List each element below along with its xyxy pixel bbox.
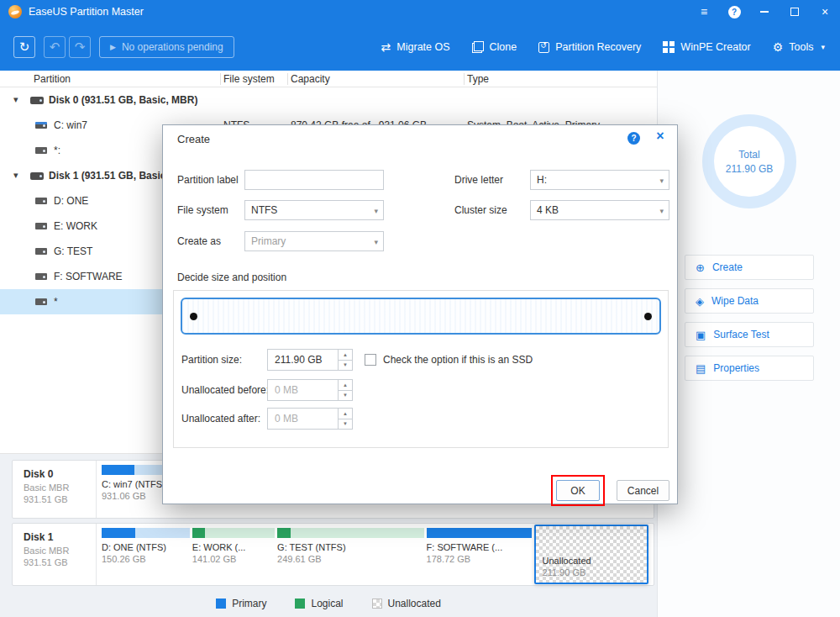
segment-e-work[interactable]: E: WORK (... 141.02 GB: [192, 528, 275, 581]
segment-size: 150.26 GB: [102, 554, 190, 564]
disk-kind: Basic MBR: [24, 483, 96, 493]
partition-size-slider[interactable]: [181, 298, 661, 335]
donut-title: Total: [738, 149, 759, 161]
action-label: Create: [712, 261, 743, 273]
partition-recovery-label: Partition Recovery: [555, 41, 641, 53]
play-icon: ▶: [110, 43, 116, 51]
undo-button[interactable]: ↶: [44, 36, 66, 58]
size-section-heading: Decide size and position: [177, 272, 286, 283]
unallocated-after-spinner[interactable]: 0 MB ▲ ▼: [267, 408, 353, 430]
unallocated-swatch-icon: [372, 599, 382, 609]
pending-operations[interactable]: ▶ No operations pending: [99, 36, 234, 58]
segment-d-one[interactable]: D: ONE (NTFS) 150.26 GB: [102, 528, 190, 581]
create-as-label: Create as: [177, 231, 221, 251]
create-action-button[interactable]: ⊕ Create: [685, 255, 814, 280]
ssd-checkbox-label: Check the option if this is an SSD: [383, 349, 533, 371]
refresh-button[interactable]: ↻: [13, 36, 35, 58]
legend: Primary Logical Unallocated: [0, 598, 657, 609]
migrate-os-icon: ⇄: [381, 41, 391, 53]
segment-unallocated-selected[interactable]: Unallocated 211.90 GB: [534, 525, 648, 584]
surface-test-action-button[interactable]: ▣ Surface Test: [685, 322, 814, 347]
spinner-up-icon[interactable]: ▲: [339, 380, 352, 391]
partition-label-input[interactable]: [244, 170, 384, 190]
usage-strip: [277, 528, 423, 538]
dialog-help-icon[interactable]: ?: [627, 132, 640, 145]
menu-button[interactable]: ≡: [689, 0, 719, 24]
column-file-system: File system: [223, 71, 275, 87]
disk-kind: Basic MBR: [24, 546, 96, 556]
legend-label: Primary: [232, 598, 266, 609]
partition-icon: [35, 273, 47, 280]
segment-g-test[interactable]: G: TEST (NTFS) 249.61 GB: [277, 528, 423, 581]
segment-f-software[interactable]: F: SOFTWARE (... 178.72 GB: [427, 528, 532, 581]
tree-collapse-icon[interactable]: ▾: [13, 94, 18, 105]
file-system-value: NTFS: [251, 204, 277, 216]
usage-strip: [192, 528, 275, 538]
used-fill: [102, 465, 134, 475]
spinner-down-icon[interactable]: ▼: [339, 391, 352, 401]
wipe-data-action-button[interactable]: ◈ Wipe Data: [685, 288, 814, 314]
segment-size: 211.90 GB: [543, 567, 642, 577]
maximize-icon: [790, 8, 799, 16]
create-as-select[interactable]: Primary ▾: [244, 231, 384, 251]
table-row-disk0[interactable]: ▾ Disk 0 (931.51 GB, Basic, MBR): [0, 87, 657, 113]
spinner-up-icon[interactable]: ▲: [339, 350, 352, 361]
partition-size-value[interactable]: 211.90 GB: [268, 350, 338, 370]
redo-button[interactable]: ↷: [69, 36, 91, 58]
maximize-button[interactable]: [780, 0, 810, 24]
undo-icon: ↶: [50, 40, 60, 55]
close-button[interactable]: ×: [810, 0, 840, 24]
disk-icon: [30, 97, 44, 104]
disk1-card: Disk 1 Basic MBR 931.51 GB D: ONE (NTFS)…: [12, 523, 654, 586]
cluster-size-select[interactable]: 4 KB ▾: [530, 200, 669, 220]
spinner-controls: ▲ ▼: [338, 409, 352, 429]
spinner-down-icon[interactable]: ▼: [339, 419, 352, 430]
properties-action-button[interactable]: ▤ Properties: [685, 356, 814, 381]
partition-label: E: WORK: [54, 214, 97, 239]
hamburger-icon: ≡: [701, 5, 707, 18]
spinner-up-icon[interactable]: ▲: [339, 409, 352, 419]
partition-label: *:: [54, 138, 60, 163]
disk0-label: Disk 0 (931.51 GB, Basic, MBR): [49, 87, 197, 113]
primary-swatch-icon: [216, 599, 226, 609]
plus-circle-icon: ⊕: [696, 262, 705, 273]
ssd-checkbox[interactable]: [365, 354, 376, 366]
file-system-label: File system: [177, 200, 228, 220]
partition-size-spinner[interactable]: 211.90 GB ▲ ▼: [267, 349, 353, 371]
chevron-down-icon: ▾: [659, 177, 664, 185]
clone-icon: [472, 41, 484, 53]
unallocated-before-label: Unallocated before:: [181, 379, 269, 401]
disk-name: Disk 0: [24, 468, 96, 480]
segment-label: E: WORK (...: [192, 542, 275, 552]
file-system-select[interactable]: NTFS ▾: [244, 200, 384, 220]
properties-icon: ▤: [696, 363, 706, 374]
partition-icon: [35, 248, 47, 255]
partition-recovery-button[interactable]: Partition Recovery: [538, 41, 641, 53]
ok-button[interactable]: OK: [556, 480, 600, 501]
slider-handle-left[interactable]: [190, 313, 197, 320]
sidebar: Total 211.90 GB ⊕ Create ◈ Wipe Data ▣ S…: [657, 71, 840, 617]
slider-handle-right[interactable]: [644, 313, 652, 320]
unallocated-before-spinner[interactable]: 0 MB ▲ ▼: [267, 379, 353, 401]
drive-letter-select[interactable]: H: ▾: [530, 170, 669, 190]
tree-collapse-icon[interactable]: ▾: [13, 170, 18, 181]
create-dialog: Create ? × Partition label Drive letter …: [162, 124, 678, 504]
clone-button[interactable]: Clone: [472, 41, 517, 53]
spinner-down-icon[interactable]: ▼: [339, 361, 352, 371]
cancel-button[interactable]: Cancel: [617, 480, 669, 501]
winpe-creator-button[interactable]: WinPE Creator: [663, 41, 750, 53]
unallocated-before-value[interactable]: 0 MB: [268, 380, 338, 400]
partition-label: C: win7: [54, 113, 87, 138]
disk-size: 931.51 GB: [24, 557, 96, 567]
column-separator: [464, 73, 465, 85]
drive-letter-value: H:: [537, 174, 547, 186]
minimize-button[interactable]: [749, 0, 780, 24]
dialog-close-icon[interactable]: ×: [652, 129, 669, 144]
spinner-controls: ▲ ▼: [338, 380, 352, 400]
tools-menu-button[interactable]: ⚙ Tools ▾: [773, 41, 825, 53]
help-button[interactable]: ?: [719, 0, 749, 24]
action-label: Properties: [713, 362, 759, 374]
migrate-os-button[interactable]: ⇄ Migrate OS: [381, 41, 450, 53]
winpe-creator-icon: [663, 41, 675, 53]
unallocated-after-value[interactable]: 0 MB: [268, 409, 338, 429]
